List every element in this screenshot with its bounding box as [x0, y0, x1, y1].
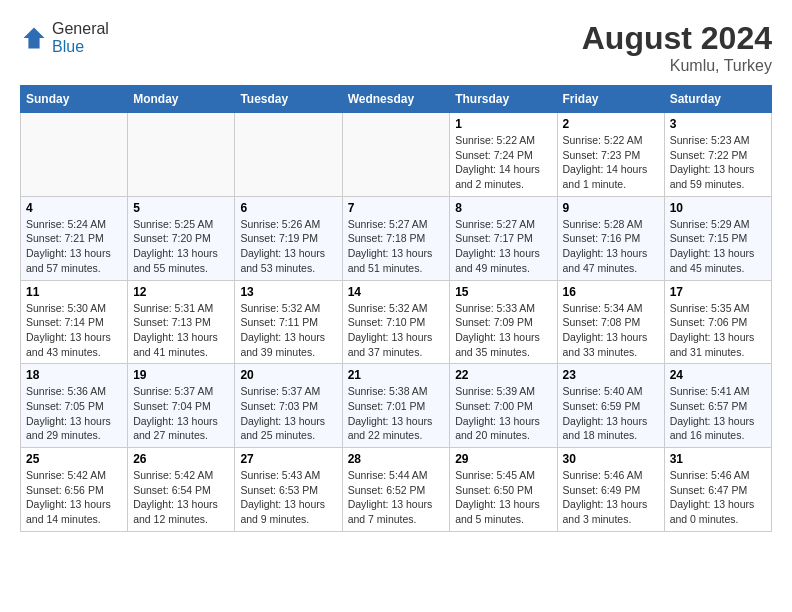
day-info: Sunrise: 5:38 AM Sunset: 7:01 PM Dayligh…	[348, 384, 445, 443]
table-row	[128, 113, 235, 197]
calendar-week-row: 25Sunrise: 5:42 AM Sunset: 6:56 PM Dayli…	[21, 448, 772, 532]
table-row: 14Sunrise: 5:32 AM Sunset: 7:10 PM Dayli…	[342, 280, 450, 364]
day-number: 22	[455, 368, 551, 382]
month-year-title: August 2024	[582, 20, 772, 57]
day-info: Sunrise: 5:43 AM Sunset: 6:53 PM Dayligh…	[240, 468, 336, 527]
day-info: Sunrise: 5:25 AM Sunset: 7:20 PM Dayligh…	[133, 217, 229, 276]
table-row: 18Sunrise: 5:36 AM Sunset: 7:05 PM Dayli…	[21, 364, 128, 448]
table-row: 20Sunrise: 5:37 AM Sunset: 7:03 PM Dayli…	[235, 364, 342, 448]
day-info: Sunrise: 5:46 AM Sunset: 6:49 PM Dayligh…	[563, 468, 659, 527]
table-row: 1Sunrise: 5:22 AM Sunset: 7:24 PM Daylig…	[450, 113, 557, 197]
table-row: 21Sunrise: 5:38 AM Sunset: 7:01 PM Dayli…	[342, 364, 450, 448]
day-info: Sunrise: 5:36 AM Sunset: 7:05 PM Dayligh…	[26, 384, 122, 443]
day-info: Sunrise: 5:31 AM Sunset: 7:13 PM Dayligh…	[133, 301, 229, 360]
table-row: 29Sunrise: 5:45 AM Sunset: 6:50 PM Dayli…	[450, 448, 557, 532]
day-info: Sunrise: 5:41 AM Sunset: 6:57 PM Dayligh…	[670, 384, 766, 443]
table-row	[21, 113, 128, 197]
day-info: Sunrise: 5:42 AM Sunset: 6:54 PM Dayligh…	[133, 468, 229, 527]
day-info: Sunrise: 5:23 AM Sunset: 7:22 PM Dayligh…	[670, 133, 766, 192]
table-row: 12Sunrise: 5:31 AM Sunset: 7:13 PM Dayli…	[128, 280, 235, 364]
logo: General Blue	[20, 20, 109, 56]
col-friday: Friday	[557, 86, 664, 113]
day-number: 7	[348, 201, 445, 215]
table-row: 2Sunrise: 5:22 AM Sunset: 7:23 PM Daylig…	[557, 113, 664, 197]
svg-marker-0	[24, 28, 45, 49]
table-row: 22Sunrise: 5:39 AM Sunset: 7:00 PM Dayli…	[450, 364, 557, 448]
day-info: Sunrise: 5:30 AM Sunset: 7:14 PM Dayligh…	[26, 301, 122, 360]
calendar-week-row: 11Sunrise: 5:30 AM Sunset: 7:14 PM Dayli…	[21, 280, 772, 364]
day-info: Sunrise: 5:46 AM Sunset: 6:47 PM Dayligh…	[670, 468, 766, 527]
table-row	[235, 113, 342, 197]
day-number: 13	[240, 285, 336, 299]
table-row: 28Sunrise: 5:44 AM Sunset: 6:52 PM Dayli…	[342, 448, 450, 532]
day-number: 9	[563, 201, 659, 215]
day-number: 24	[670, 368, 766, 382]
day-info: Sunrise: 5:27 AM Sunset: 7:17 PM Dayligh…	[455, 217, 551, 276]
calendar-table: Sunday Monday Tuesday Wednesday Thursday…	[20, 85, 772, 532]
day-number: 20	[240, 368, 336, 382]
col-tuesday: Tuesday	[235, 86, 342, 113]
table-row: 26Sunrise: 5:42 AM Sunset: 6:54 PM Dayli…	[128, 448, 235, 532]
col-wednesday: Wednesday	[342, 86, 450, 113]
col-sunday: Sunday	[21, 86, 128, 113]
day-number: 17	[670, 285, 766, 299]
table-row: 15Sunrise: 5:33 AM Sunset: 7:09 PM Dayli…	[450, 280, 557, 364]
table-row: 19Sunrise: 5:37 AM Sunset: 7:04 PM Dayli…	[128, 364, 235, 448]
day-number: 29	[455, 452, 551, 466]
table-row: 23Sunrise: 5:40 AM Sunset: 6:59 PM Dayli…	[557, 364, 664, 448]
day-info: Sunrise: 5:28 AM Sunset: 7:16 PM Dayligh…	[563, 217, 659, 276]
day-info: Sunrise: 5:35 AM Sunset: 7:06 PM Dayligh…	[670, 301, 766, 360]
logo-icon	[20, 24, 48, 52]
table-row	[342, 113, 450, 197]
day-number: 21	[348, 368, 445, 382]
table-row: 13Sunrise: 5:32 AM Sunset: 7:11 PM Dayli…	[235, 280, 342, 364]
table-row: 24Sunrise: 5:41 AM Sunset: 6:57 PM Dayli…	[664, 364, 771, 448]
table-row: 5Sunrise: 5:25 AM Sunset: 7:20 PM Daylig…	[128, 196, 235, 280]
table-row: 3Sunrise: 5:23 AM Sunset: 7:22 PM Daylig…	[664, 113, 771, 197]
day-info: Sunrise: 5:37 AM Sunset: 7:03 PM Dayligh…	[240, 384, 336, 443]
day-number: 28	[348, 452, 445, 466]
day-info: Sunrise: 5:32 AM Sunset: 7:11 PM Dayligh…	[240, 301, 336, 360]
day-number: 6	[240, 201, 336, 215]
day-info: Sunrise: 5:29 AM Sunset: 7:15 PM Dayligh…	[670, 217, 766, 276]
day-number: 2	[563, 117, 659, 131]
table-row: 4Sunrise: 5:24 AM Sunset: 7:21 PM Daylig…	[21, 196, 128, 280]
table-row: 9Sunrise: 5:28 AM Sunset: 7:16 PM Daylig…	[557, 196, 664, 280]
table-row: 31Sunrise: 5:46 AM Sunset: 6:47 PM Dayli…	[664, 448, 771, 532]
day-number: 16	[563, 285, 659, 299]
page-header: General Blue August 2024 Kumlu, Turkey	[20, 20, 772, 75]
table-row: 7Sunrise: 5:27 AM Sunset: 7:18 PM Daylig…	[342, 196, 450, 280]
col-saturday: Saturday	[664, 86, 771, 113]
col-thursday: Thursday	[450, 86, 557, 113]
table-row: 8Sunrise: 5:27 AM Sunset: 7:17 PM Daylig…	[450, 196, 557, 280]
day-info: Sunrise: 5:40 AM Sunset: 6:59 PM Dayligh…	[563, 384, 659, 443]
table-row: 11Sunrise: 5:30 AM Sunset: 7:14 PM Dayli…	[21, 280, 128, 364]
day-number: 23	[563, 368, 659, 382]
day-number: 4	[26, 201, 122, 215]
day-info: Sunrise: 5:33 AM Sunset: 7:09 PM Dayligh…	[455, 301, 551, 360]
day-info: Sunrise: 5:45 AM Sunset: 6:50 PM Dayligh…	[455, 468, 551, 527]
calendar-week-row: 1Sunrise: 5:22 AM Sunset: 7:24 PM Daylig…	[21, 113, 772, 197]
calendar-header-row: Sunday Monday Tuesday Wednesday Thursday…	[21, 86, 772, 113]
table-row: 6Sunrise: 5:26 AM Sunset: 7:19 PM Daylig…	[235, 196, 342, 280]
day-info: Sunrise: 5:37 AM Sunset: 7:04 PM Dayligh…	[133, 384, 229, 443]
day-number: 27	[240, 452, 336, 466]
table-row: 27Sunrise: 5:43 AM Sunset: 6:53 PM Dayli…	[235, 448, 342, 532]
day-number: 11	[26, 285, 122, 299]
day-number: 19	[133, 368, 229, 382]
table-row: 25Sunrise: 5:42 AM Sunset: 6:56 PM Dayli…	[21, 448, 128, 532]
calendar-week-row: 4Sunrise: 5:24 AM Sunset: 7:21 PM Daylig…	[21, 196, 772, 280]
day-info: Sunrise: 5:22 AM Sunset: 7:23 PM Dayligh…	[563, 133, 659, 192]
day-number: 12	[133, 285, 229, 299]
day-number: 31	[670, 452, 766, 466]
location-subtitle: Kumlu, Turkey	[582, 57, 772, 75]
day-info: Sunrise: 5:26 AM Sunset: 7:19 PM Dayligh…	[240, 217, 336, 276]
day-info: Sunrise: 5:42 AM Sunset: 6:56 PM Dayligh…	[26, 468, 122, 527]
day-number: 10	[670, 201, 766, 215]
day-number: 30	[563, 452, 659, 466]
day-number: 26	[133, 452, 229, 466]
table-row: 17Sunrise: 5:35 AM Sunset: 7:06 PM Dayli…	[664, 280, 771, 364]
logo-blue-text: Blue	[52, 38, 84, 55]
day-info: Sunrise: 5:32 AM Sunset: 7:10 PM Dayligh…	[348, 301, 445, 360]
logo-text: General Blue	[52, 20, 109, 56]
